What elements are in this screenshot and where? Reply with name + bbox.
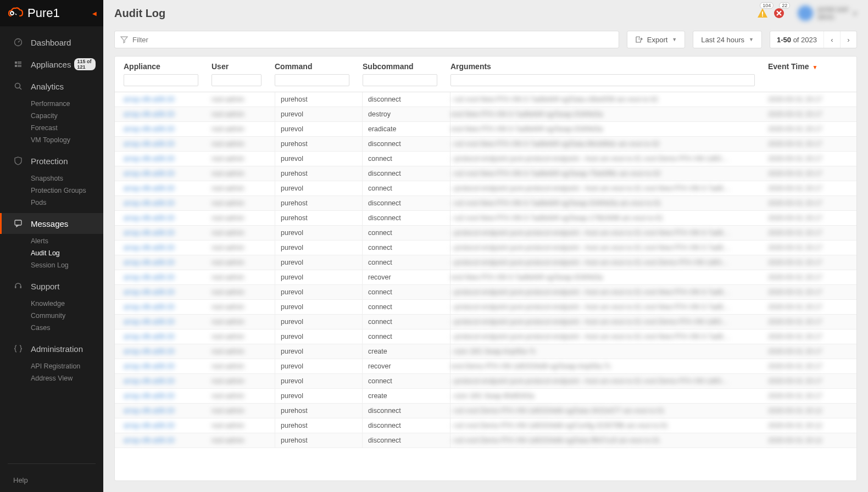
sidebar-subitem-address-view[interactable]: Address View — [31, 372, 103, 384]
filter-command[interactable] — [275, 74, 349, 86]
filter-subcommand[interactable] — [363, 74, 437, 86]
collapse-caret-icon[interactable]: ◀ — [92, 10, 97, 16]
cell-appliance[interactable]: array-vfb-a08-20 — [124, 211, 212, 225]
sidebar-item-appliances[interactable]: Appliances115 of 121 — [0, 53, 103, 76]
cell-appliance[interactable]: array-vfb-a08-20 — [124, 166, 212, 181]
cell-time: 2020-03-31 15:17 — [768, 166, 848, 181]
alert-warning[interactable]: 104 — [755, 5, 770, 21]
cell-appliance[interactable]: array-vfb-a08-20 — [124, 107, 212, 121]
cell-time: 2020-03-31 15:17 — [768, 152, 848, 166]
sidebar-subitem-alerts[interactable]: Alerts — [31, 235, 103, 247]
table-row[interactable]: array-vfb-a08-20root-adminpurevolconnect… — [115, 285, 856, 300]
cell-appliance[interactable]: array-vfb-a08-20 — [124, 315, 212, 329]
cell-appliance[interactable]: array-vfb-a08-20 — [124, 92, 212, 107]
time-range-button[interactable]: Last 24 hours ▼ — [693, 31, 762, 48]
cell-appliance[interactable]: array-vfb-a08-20 — [124, 122, 212, 136]
filter-arguments[interactable] — [450, 74, 755, 86]
filter-user[interactable] — [212, 74, 261, 86]
sidebar-subitem-api-registration[interactable]: API Registration — [31, 360, 103, 372]
table-row[interactable]: array-vfb-a08-20root-adminpurevolconnect… — [115, 329, 856, 344]
pager-next[interactable]: › — [840, 31, 856, 48]
filter-input[interactable] — [132, 36, 613, 44]
table-row[interactable]: array-vfb-a08-20root-adminpurehostdiscon… — [115, 418, 856, 433]
cell-appliance[interactable]: array-vfb-a08-20 — [124, 196, 212, 210]
sidebar-item-label: Support — [31, 282, 60, 291]
filter-appliance[interactable] — [124, 74, 198, 86]
logo[interactable]: Pure1 ◀ — [0, 0, 103, 26]
sidebar-subitem-knowledge[interactable]: Knowledge — [31, 298, 103, 310]
cell-appliance[interactable]: array-vfb-a08-20 — [124, 241, 212, 255]
table-row[interactable]: array-vfb-a08-20root-adminpurevolcreate-… — [115, 344, 856, 359]
cell-appliance[interactable]: array-vfb-a08-20 — [124, 359, 212, 373]
sidebar-subitem-capacity[interactable]: Capacity — [31, 110, 103, 122]
table-row[interactable]: array-vfb-a08-20root-adminpurevolconnect… — [115, 374, 856, 389]
cell-appliance[interactable]: array-vfb-a08-20 — [124, 226, 212, 240]
sidebar-item-protection[interactable]: Protection — [0, 150, 103, 171]
cell-appliance[interactable]: array-vfb-a08-20 — [124, 152, 212, 166]
sidebar-subitem-pods[interactable]: Pods — [31, 197, 103, 209]
cell-user: root-admin — [212, 211, 275, 225]
cell-appliance[interactable]: array-vfb-a08-20 — [124, 137, 212, 151]
table-row[interactable]: array-vfb-a08-20root-adminpurevolconnect… — [115, 152, 856, 166]
th-appliance[interactable]: Appliance — [124, 62, 212, 86]
table-row[interactable]: array-vfb-a08-20root-adminpurevolconnect… — [115, 255, 856, 270]
sidebar-subitem-community[interactable]: Community — [31, 310, 103, 322]
alert-error[interactable]: 22 — [771, 5, 787, 21]
sidebar-subitem-vm-topology[interactable]: VM Topology — [31, 134, 103, 146]
cell-appliance[interactable]: array-vfb-a08-20 — [124, 404, 212, 418]
table-row[interactable]: array-vfb-a08-20root-adminpurehostdiscon… — [115, 404, 856, 418]
cell-appliance[interactable]: array-vfb-a08-20 — [124, 329, 212, 344]
cell-appliance[interactable]: array-vfb-a08-20 — [124, 389, 212, 403]
cell-appliance[interactable]: array-vfb-a08-20 — [124, 418, 212, 433]
cell-appliance[interactable]: array-vfb-a08-20 — [124, 433, 212, 448]
table-row[interactable]: array-vfb-a08-20root-adminpurehostdiscon… — [115, 196, 856, 211]
sidebar-item-dashboard[interactable]: Dashboard — [0, 32, 103, 53]
help-link[interactable]: Help — [0, 468, 103, 492]
sidebar-subitem-audit-log[interactable]: Audit Log — [31, 247, 103, 259]
cell-appliance[interactable]: array-vfb-a08-20 — [124, 374, 212, 388]
sidebar-item-messages[interactable]: Messages — [0, 213, 103, 234]
table-row[interactable]: array-vfb-a08-20root-adminpurehostdiscon… — [115, 433, 856, 448]
sidebar-subitem-session-log[interactable]: Session Log — [31, 259, 103, 271]
table-row[interactable]: array-vfb-a08-20root-adminpurevolconnect… — [115, 181, 856, 196]
table-row[interactable]: array-vfb-a08-20root-adminpurehostdiscon… — [115, 211, 856, 226]
cell-appliance[interactable]: array-vfb-a08-20 — [124, 270, 212, 284]
table-row[interactable]: array-vfb-a08-20root-adminpurevolrecover… — [115, 359, 856, 374]
cell-subcommand: disconnect — [363, 92, 450, 107]
user-menu[interactable]: portal user demo ▾ — [798, 5, 857, 21]
table-row[interactable]: array-vfb-a08-20root-adminpurevolconnect… — [115, 300, 856, 315]
table-row[interactable]: array-vfb-a08-20root-adminpurevolconnect… — [115, 226, 856, 241]
th-command[interactable]: Command — [275, 62, 363, 86]
cell-arguments: --vol vvol-New-FFA-VM-3-7ad8e84f-vg/Swap… — [450, 211, 768, 225]
export-button[interactable]: Export ▼ — [627, 31, 686, 48]
sidebar-subitem-performance[interactable]: Performance — [31, 98, 103, 110]
table-row[interactable]: array-vfb-a08-20root-adminpurevolrecover… — [115, 270, 856, 285]
table-row[interactable]: array-vfb-a08-20root-adminpurevoldestroy… — [115, 107, 856, 122]
sidebar-item-administration[interactable]: Administration — [0, 338, 103, 359]
sidebar-subitem-cases[interactable]: Cases — [31, 322, 103, 334]
table-row[interactable]: array-vfb-a08-20root-adminpurevolcreate-… — [115, 389, 856, 404]
table-row[interactable]: array-vfb-a08-20root-adminpurevolconnect… — [115, 241, 856, 255]
sidebar-subitem-forecast[interactable]: Forecast — [31, 122, 103, 134]
cell-appliance[interactable]: array-vfb-a08-20 — [124, 285, 212, 299]
cell-appliance[interactable]: array-vfb-a08-20 — [124, 181, 212, 195]
table-row[interactable]: array-vfb-a08-20root-adminpurevoleradica… — [115, 122, 856, 137]
table-row[interactable]: array-vfb-a08-20root-adminpurehostdiscon… — [115, 92, 856, 107]
cell-appliance[interactable]: array-vfb-a08-20 — [124, 344, 212, 359]
cell-appliance[interactable]: array-vfb-a08-20 — [124, 255, 212, 270]
th-arguments[interactable]: Arguments — [450, 62, 768, 86]
table-row[interactable]: array-vfb-a08-20root-adminpurehostdiscon… — [115, 166, 856, 181]
sidebar: Pure1 ◀ DashboardAppliances115 of 121Ana… — [0, 0, 103, 492]
th-user[interactable]: User — [212, 62, 275, 86]
sidebar-subitem-protection-groups[interactable]: Protection Groups — [31, 185, 103, 197]
table-row[interactable]: array-vfb-a08-20root-adminpurevolconnect… — [115, 315, 856, 329]
sidebar-item-support[interactable]: Support — [0, 276, 103, 297]
filter-box[interactable] — [114, 31, 619, 48]
th-subcommand[interactable]: Subcommand — [363, 62, 450, 86]
cell-appliance[interactable]: array-vfb-a08-20 — [124, 300, 212, 314]
sidebar-subitem-snapshots[interactable]: Snapshots — [31, 172, 103, 185]
sidebar-item-analytics[interactable]: Analytics — [0, 76, 103, 97]
pager-prev[interactable]: ‹ — [824, 31, 840, 48]
table-row[interactable]: array-vfb-a08-20root-adminpurehostdiscon… — [115, 137, 856, 152]
th-event-time[interactable]: Event Time ▼ — [768, 62, 848, 86]
